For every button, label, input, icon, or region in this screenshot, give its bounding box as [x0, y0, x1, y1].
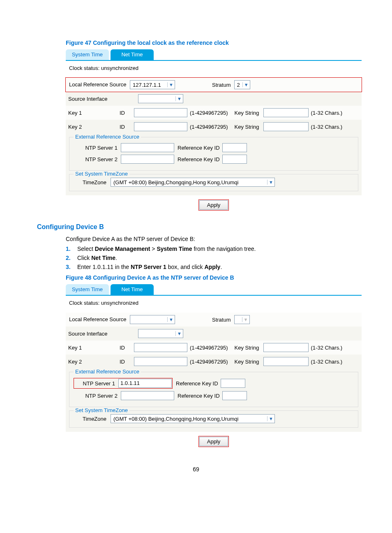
external-reference-legend: External Reference Source	[74, 368, 141, 375]
figure-caption: Figure 48 Configuring Device A as the NT…	[66, 274, 355, 281]
timezone-fieldset: Set System TimeZone TimeZone (GMT +08:00…	[69, 410, 358, 428]
tab-system-time[interactable]: System Time	[66, 49, 109, 60]
chevron-down-icon: ▼	[175, 96, 183, 101]
local-reference-dropdown[interactable]: ▼	[130, 315, 175, 324]
id-label: ID	[120, 359, 134, 365]
timezone-legend: Set System TimeZone	[74, 407, 129, 413]
key2-string-input[interactable]	[263, 122, 309, 131]
ntp-server1-input[interactable]: 1.0.1.11	[118, 379, 172, 388]
stratum-dropdown[interactable]: 2▼	[234, 80, 250, 89]
key1-id-input[interactable]	[134, 343, 187, 352]
chevron-down-icon: ▼	[242, 82, 250, 87]
step-1: 1.Select Device Management > System Time…	[66, 246, 355, 252]
source-interface-row: Source Interface ▼	[66, 92, 362, 106]
chevron-down-icon: ▼	[175, 331, 183, 336]
external-reference-fieldset: External Reference Source NTP Server 1 R…	[69, 137, 358, 171]
key1-row: Key 1 ID (1-4294967295) Key String (1-32…	[66, 341, 362, 355]
key2-string-hint: (1-32 Chars.)	[311, 359, 343, 365]
key2-label: Key 2	[68, 359, 120, 365]
source-interface-label: Source Interface	[68, 96, 138, 102]
key2-row: Key 2 ID (1-4294967295) Key String (1-32…	[66, 120, 362, 134]
key1-id-hint: (1-4294967295)	[190, 345, 228, 351]
ntp2-refkey-input[interactable]	[222, 391, 247, 400]
key1-id-hint: (1-4294967295)	[190, 110, 228, 116]
external-reference-legend: External Reference Source	[74, 134, 141, 140]
ref-key-id-label: Reference Key ID	[176, 380, 218, 387]
key2-id-input[interactable]	[134, 357, 187, 366]
timezone-label: TimeZone	[74, 416, 111, 422]
source-interface-dropdown[interactable]: ▼	[138, 329, 183, 338]
key1-row: Key 1 ID (1-4294967295) Key String (1-32…	[66, 106, 362, 120]
local-reference-dropdown[interactable]: 127.127.1.1▼	[130, 80, 175, 89]
external-reference-fieldset: External Reference Source NTP Server 1 1…	[69, 372, 358, 407]
section-heading: Configuring Device B	[37, 223, 355, 231]
intro-text: Configure Device A as the NTP server of …	[66, 236, 355, 242]
key2-string-label: Key String	[235, 359, 259, 365]
key1-string-label: Key String	[235, 345, 259, 351]
tabs: System Time Net Time	[66, 49, 362, 61]
local-reference-label: Local Reference Source	[68, 81, 130, 88]
apply-button[interactable]: Apply	[199, 200, 228, 210]
source-interface-dropdown[interactable]: ▼	[138, 94, 183, 103]
step-3: 3.Enter 1.0.1.11 in the NTP Server 1 box…	[66, 264, 355, 270]
steps-list: 1.Select Device Management > System Time…	[66, 246, 355, 270]
chevron-down-icon: ▼	[267, 416, 274, 421]
ntp1-highlight: NTP Server 1 1.0.1.11	[74, 378, 173, 389]
ntp1-refkey-input[interactable]	[222, 143, 247, 152]
ntp1-refkey-input[interactable]	[221, 379, 245, 388]
timezone-dropdown[interactable]: (GMT +08:00) Beijing,Chongqing,Hong Kong…	[111, 178, 275, 187]
key2-label: Key 2	[68, 124, 120, 130]
local-reference-row: Local Reference Source 127.127.1.1▼ Stra…	[66, 78, 362, 92]
figure-caption: Figure 47 Configuring the local clock as…	[66, 39, 355, 46]
key1-id-input[interactable]	[134, 108, 187, 117]
ntp-server1-input[interactable]	[121, 143, 174, 152]
key1-string-input[interactable]	[263, 343, 309, 352]
key2-row: Key 2 ID (1-4294967295) Key String (1-32…	[66, 355, 362, 368]
ntp-server1-label: NTP Server 1	[74, 145, 121, 151]
step-2: 2.Click Net Time.	[66, 255, 355, 261]
apply-button[interactable]: Apply	[199, 437, 228, 446]
ntp-server1-label: NTP Server 1	[74, 380, 118, 387]
ntp-server2-input[interactable]	[121, 391, 174, 400]
key2-string-label: Key String	[235, 124, 259, 130]
clock-status: Clock status: unsynchronized	[66, 296, 362, 313]
tab-system-time[interactable]: System Time	[66, 284, 109, 295]
key2-string-hint: (1-32 Chars.)	[311, 124, 343, 130]
local-reference-row: Local Reference Source ▼ Stratum ▼	[66, 313, 362, 327]
source-interface-label: Source Interface	[68, 331, 138, 337]
stratum-dropdown[interactable]: ▼	[234, 315, 250, 324]
timezone-fieldset: Set System TimeZone TimeZone (GMT +08:00…	[69, 174, 358, 191]
tab-net-time[interactable]: Net Time	[111, 284, 154, 295]
id-label: ID	[120, 124, 134, 130]
figure47-panel: System Time Net Time Clock status: unsyn…	[66, 49, 362, 213]
timezone-legend: Set System TimeZone	[74, 171, 129, 177]
key1-string-label: Key String	[235, 110, 259, 116]
chevron-down-icon: ▼	[167, 317, 175, 322]
figure48-panel: System Time Net Time Clock status: unsyn…	[66, 284, 362, 450]
key1-string-input[interactable]	[263, 108, 309, 117]
key1-string-hint: (1-32 Chars.)	[311, 345, 343, 351]
chevron-down-icon: ▼	[242, 317, 249, 322]
chevron-down-icon: ▼	[167, 82, 175, 87]
stratum-label: Stratum	[212, 317, 231, 323]
local-reference-label: Local Reference Source	[68, 316, 130, 323]
key2-id-input[interactable]	[134, 122, 187, 131]
tab-net-time[interactable]: Net Time	[111, 49, 154, 60]
chevron-down-icon: ▼	[267, 180, 274, 185]
id-label: ID	[120, 110, 134, 116]
ref-key-id-label: Reference Key ID	[178, 145, 220, 151]
stratum-label: Stratum	[212, 82, 231, 88]
ntp-server2-label: NTP Server 2	[74, 393, 121, 399]
apply-highlight: Apply	[198, 199, 229, 211]
key1-label: Key 1	[68, 345, 120, 351]
key1-label: Key 1	[68, 110, 120, 116]
key2-string-input[interactable]	[263, 357, 309, 366]
ntp-server2-input[interactable]	[121, 155, 174, 164]
clock-status: Clock status: unsynchronized	[66, 61, 362, 78]
ntp-server2-label: NTP Server 2	[74, 156, 121, 162]
ntp2-refkey-input[interactable]	[222, 155, 247, 164]
key2-id-hint: (1-4294967295)	[190, 359, 228, 365]
source-interface-row: Source Interface ▼	[66, 327, 362, 341]
timezone-dropdown[interactable]: (GMT +08:00) Beijing,Chongqing,Hong Kong…	[111, 414, 275, 423]
page-number: 69	[37, 466, 355, 473]
